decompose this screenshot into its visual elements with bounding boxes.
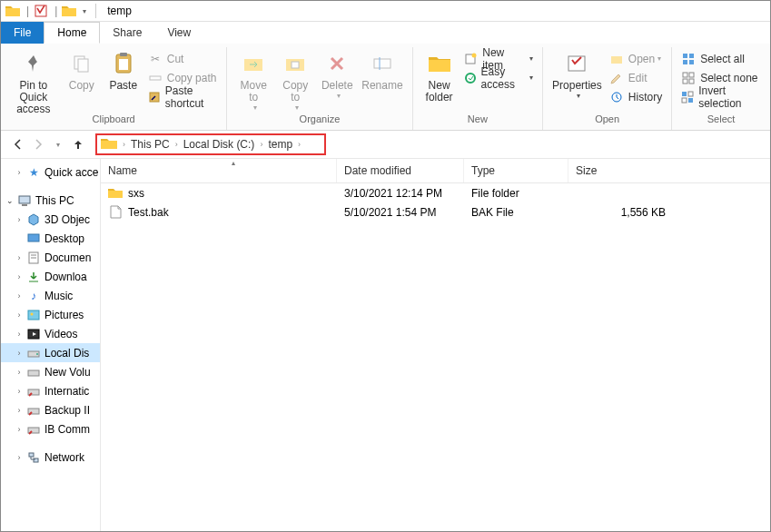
expand-icon[interactable]: › (14, 310, 25, 320)
ribbon-tabs: File Home Share View (1, 22, 770, 44)
history-button[interactable]: History (606, 87, 666, 106)
expand-icon[interactable]: › (14, 214, 25, 225)
column-type[interactable]: Type (464, 159, 568, 182)
file-list[interactable]: Name▴ Date modified Type Size sxs 3/10/2… (101, 159, 770, 531)
tree-desktop[interactable]: Desktop (1, 229, 100, 248)
paste-shortcut-button[interactable]: Paste shortcut (144, 87, 222, 106)
expand-icon[interactable]: › (14, 405, 25, 416)
svg-rect-9 (374, 59, 390, 68)
tree-downloads[interactable]: ›Downloa (1, 267, 100, 286)
tree-documents[interactable]: ›Documen (1, 248, 100, 267)
tree-backup[interactable]: ›Backup II (1, 400, 100, 419)
chevron-right-icon[interactable]: › (258, 140, 264, 149)
invert-selection-button[interactable]: Invert selection (677, 87, 765, 106)
shortcut-icon (148, 90, 161, 104)
svg-rect-29 (22, 204, 27, 206)
expand-icon[interactable]: › (14, 452, 25, 463)
delete-button[interactable]: Delete▾ (316, 47, 358, 102)
svg-rect-25 (688, 92, 693, 96)
expand-icon[interactable]: › (14, 424, 25, 435)
svg-rect-5 (119, 59, 128, 70)
pictures-icon (26, 308, 41, 322)
qat-dropdown-icon[interactable]: ▾ (83, 7, 86, 15)
paste-button[interactable]: Paste (103, 47, 144, 94)
expand-icon[interactable]: › (14, 348, 25, 359)
network-drive-icon (26, 422, 41, 437)
nav-recent-dropdown[interactable]: ▾ (48, 134, 68, 154)
open-button[interactable]: Open▾ (606, 49, 666, 68)
tree-videos[interactable]: ›Videos (1, 324, 100, 343)
chevron-right-icon[interactable]: › (121, 140, 127, 149)
list-item[interactable]: sxs 3/10/2021 12:14 PM File folder (101, 183, 770, 202)
chevron-down-icon: ▾ (253, 103, 257, 112)
move-to-button[interactable]: Move to▾ (232, 47, 274, 113)
new-folder-button[interactable]: New folder (419, 47, 460, 105)
new-item-icon (464, 52, 479, 66)
tree-music[interactable]: ›♪Music (1, 286, 100, 305)
column-date[interactable]: Date modified (337, 159, 464, 182)
expand-icon[interactable]: › (14, 252, 25, 263)
svg-rect-30 (28, 234, 39, 241)
tab-file[interactable]: File (1, 22, 44, 44)
tab-home[interactable]: Home (44, 22, 100, 44)
expand-icon[interactable]: › (14, 271, 25, 282)
pc-icon (17, 193, 32, 208)
properties-button[interactable]: Properties▾ (549, 47, 606, 102)
nav-tree[interactable]: ›★Quick acce ⌄This PC ›3D Objec Desktop … (1, 159, 101, 531)
sort-asc-icon: ▴ (232, 159, 235, 167)
copy-to-button[interactable]: Copy to▾ (274, 47, 316, 113)
tree-pictures[interactable]: ›Pictures (1, 305, 100, 324)
tree-network[interactable]: ›Network (1, 448, 100, 467)
pin-quick-access-button[interactable]: Pin to Quick access (6, 47, 61, 117)
network-icon (26, 450, 41, 465)
svg-rect-22 (683, 79, 687, 84)
qat-save-icon[interactable] (33, 3, 49, 19)
group-organize: Move to▾ Copy to▾ Delete▾ Rename Organiz… (227, 47, 412, 130)
copy-path-button[interactable]: Copy path (144, 68, 222, 87)
svg-rect-14 (568, 56, 585, 71)
tab-share[interactable]: Share (100, 22, 154, 44)
breadcrumb-localdisk[interactable]: Local Disk (C:) (180, 138, 259, 151)
nav-back-button[interactable] (8, 134, 28, 154)
tree-new-volume[interactable]: ›New Volu (1, 362, 100, 381)
expand-icon[interactable]: › (14, 367, 25, 378)
address-bar[interactable]: › This PC › Local Disk (C:) › temp › (95, 133, 326, 155)
tree-international[interactable]: ›Internatic (1, 381, 100, 400)
tree-quick-access[interactable]: ›★Quick acce (1, 163, 100, 182)
rename-button[interactable]: Rename (358, 47, 406, 94)
svg-rect-23 (689, 79, 694, 84)
nav-up-button[interactable] (68, 134, 88, 154)
tree-ibcomm[interactable]: ›IB Comm (1, 419, 100, 438)
cut-button[interactable]: ✂Cut (144, 49, 222, 68)
folder-icon (108, 186, 123, 201)
breadcrumb-temp[interactable]: temp (264, 138, 296, 151)
copy-button[interactable]: Copy (61, 47, 103, 94)
group-clipboard: Pin to Quick access Copy Paste ✂Cut Copy… (1, 47, 227, 130)
nav-forward-button[interactable] (28, 134, 48, 154)
svg-rect-19 (689, 60, 694, 64)
expand-icon[interactable]: › (14, 291, 25, 301)
titlebar-sep2: | (54, 5, 57, 17)
tree-3d-objects[interactable]: ›3D Objec (1, 210, 100, 229)
file-name: Test.bak (128, 206, 169, 219)
file-date: 5/10/2021 1:54 PM (337, 206, 464, 219)
list-item[interactable]: Test.bak 5/10/2021 1:54 PM BAK File 1,55… (101, 202, 770, 222)
star-icon: ★ (26, 165, 41, 180)
breadcrumb-thispc[interactable]: This PC (127, 138, 173, 151)
expand-icon[interactable]: › (14, 167, 25, 178)
column-name[interactable]: Name▴ (101, 159, 337, 182)
chevron-right-icon[interactable]: › (173, 140, 180, 149)
collapse-icon[interactable]: ⌄ (5, 195, 15, 206)
column-size[interactable]: Size (568, 159, 673, 182)
expand-icon[interactable]: › (14, 329, 25, 340)
tab-view[interactable]: View (154, 22, 203, 44)
chevron-right-icon[interactable]: › (296, 140, 302, 149)
chevron-down-icon: ▾ (657, 54, 661, 63)
group-label-new: New (468, 111, 488, 128)
tree-this-pc[interactable]: ⌄This PC (1, 191, 100, 210)
edit-button[interactable]: Edit (606, 68, 666, 87)
select-all-button[interactable]: Select all (677, 49, 765, 68)
easy-access-button[interactable]: Easy access▾ (460, 68, 537, 87)
tree-local-disk[interactable]: ›Local Dis (1, 343, 100, 362)
expand-icon[interactable]: › (14, 386, 25, 397)
